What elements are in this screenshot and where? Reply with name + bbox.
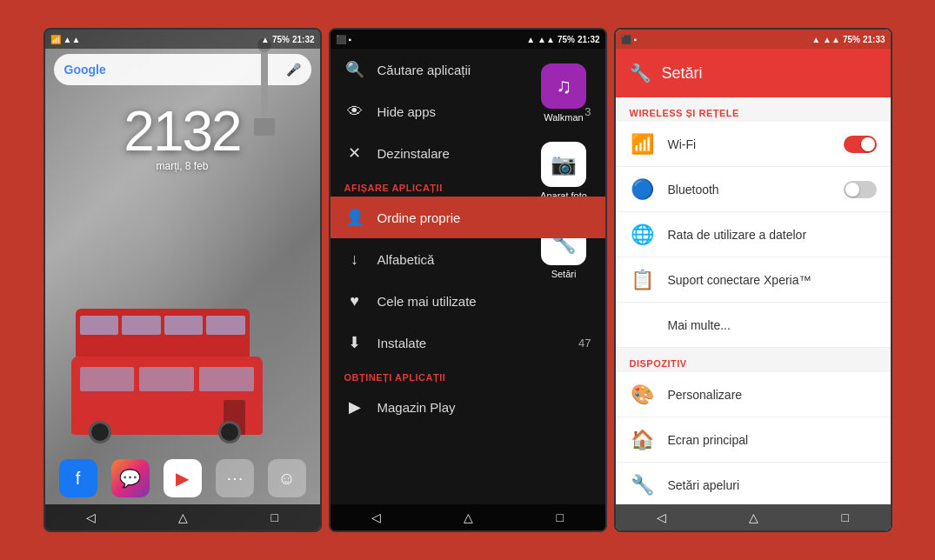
recent-button-2[interactable]: □ <box>556 510 563 524</box>
home-screen: 📶 ▲▲ ▲ 75% 21:32 Google 🎤 2132 marți, 8 … <box>45 30 320 530</box>
ecran-principal-setting[interactable]: 🏠 Ecran principal <box>616 417 891 463</box>
data-usage-setting[interactable]: 🌐 Rata de utilizare a datelor <box>616 212 891 257</box>
sim-icon: 📶 <box>50 35 61 44</box>
bus-lower-window-2 <box>139 367 194 391</box>
mic-icon[interactable]: 🎤 <box>286 63 301 77</box>
bus-illustration <box>63 296 303 435</box>
wifi-icon-1: ▲ <box>261 35 270 44</box>
clock-time: 2132 <box>45 99 320 163</box>
dock-icons-row: f 💬 ▶ ⋯ ☺ <box>56 459 310 497</box>
bus-body <box>71 357 263 435</box>
play-icon: ▶ <box>344 397 365 417</box>
back-button-1[interactable]: ◁ <box>86 510 96 524</box>
smiley-icon[interactable]: ☺ <box>268 459 306 497</box>
notification-icon-3: ▪ <box>634 35 638 44</box>
clock-2: 21:32 <box>578 35 600 44</box>
app-dock: f 💬 ▶ ⋯ ☺ <box>45 459 320 504</box>
status-left-1: 📶 ▲▲ <box>50 35 81 44</box>
messenger-icon[interactable]: 💬 <box>111 459 150 497</box>
nav-bar-3: ◁ △ □ <box>616 504 891 530</box>
cele-mai-utilizate-item[interactable]: ♥ Cele mai utilizate <box>331 280 605 322</box>
data-usage-label: Rata de utilizare a datelor <box>668 228 877 242</box>
bluetooth-setting[interactable]: 🔵 Bluetooth <box>616 167 891 212</box>
hide-icon: 👁 <box>344 103 365 121</box>
bus-window-4 <box>206 316 245 335</box>
back-button-3[interactable]: ◁ <box>657 510 666 524</box>
setari-apeluri-label: Setări apeluri <box>668 478 877 492</box>
hide-apps-item[interactable]: 👁 Hide apps 3 <box>331 90 605 132</box>
recent-button-1[interactable]: □ <box>270 510 277 524</box>
notification-icon: ▪ <box>349 35 352 44</box>
bus-window-2 <box>122 316 161 335</box>
home-button-2[interactable]: △ <box>464 510 473 524</box>
signal-icon: ▲▲ <box>63 35 81 44</box>
data-usage-icon: 🌐 <box>630 223 656 246</box>
xperia-label: Suport conectare Xperia™ <box>668 273 877 287</box>
app-drawer-screen: ⬛ ▪ ▲ ▲▲ 75% 21:32 ♫ Walkman 📷 Aparat fo… <box>331 30 605 530</box>
status-right-3: ▲ ▲▲ 75% 21:33 <box>811 35 885 44</box>
alfabetica-icon: ↓ <box>344 250 365 269</box>
ordine-label: Ordine proprie <box>377 210 461 225</box>
battery-pct-1: 75% <box>272 35 290 44</box>
wifi-toggle[interactable] <box>844 136 877 153</box>
personalizare-label: Personalizare <box>668 388 877 402</box>
settings-gear-icon: 🔧 <box>630 63 651 83</box>
facebook-icon[interactable]: f <box>59 459 97 497</box>
monument-decoration <box>261 49 268 136</box>
instalate-label: Instalate <box>377 336 427 350</box>
google-search-bar[interactable]: Google 🎤 <box>54 54 311 85</box>
bluetooth-label: Bluetooth <box>668 183 831 197</box>
signal-icon-3: ▲▲ <box>823 35 840 44</box>
wifi-icon-2: ▲ <box>526 35 535 44</box>
monument-base <box>254 118 275 136</box>
search-apps-item[interactable]: 🔍 Căutare aplicații <box>331 49 605 90</box>
bluetooth-toggle[interactable] <box>844 181 877 198</box>
status-left-2: ⬛ ▪ <box>336 35 352 44</box>
uninstall-item[interactable]: ✕ Dezinstalare <box>331 132 605 174</box>
status-bar-1: 📶 ▲▲ ▲ 75% 21:32 <box>45 30 320 49</box>
recent-button-3[interactable]: □ <box>841 510 848 524</box>
more-wireless-setting[interactable]: Mai multe... <box>616 303 891 348</box>
instalate-badge: 47 <box>578 337 591 350</box>
settings-header: 🔧 Setări <box>616 49 891 97</box>
wifi-setting[interactable]: 📶 Wi-Fi <box>616 122 891 167</box>
home-button-1[interactable]: △ <box>178 510 188 524</box>
phone1-frame: 📶 ▲▲ ▲ 75% 21:32 Google 🎤 2132 marți, 8 … <box>43 28 322 532</box>
battery-pct-3: 75% <box>843 35 860 44</box>
bluetooth-icon: 🔵 <box>630 178 656 201</box>
magazin-play-item[interactable]: ▶ Magazin Play <box>331 386 605 428</box>
personalizare-setting[interactable]: 🎨 Personalizare <box>616 372 891 417</box>
instalate-item[interactable]: ⬇ Instalate 47 <box>331 322 605 363</box>
alfabetica-label: Alfabetică <box>377 252 435 267</box>
setari-apeluri-setting[interactable]: 🔧 Setări apeluri <box>616 463 891 504</box>
usb-icon: ⬛ <box>336 35 346 44</box>
bus-lower-window-1 <box>80 367 135 391</box>
play-store-icon[interactable]: ▶ <box>164 459 202 497</box>
hide-apps-badge: 3 <box>584 105 591 118</box>
cele-mai-label: Cele mai utilizate <box>377 294 477 309</box>
status-bar-2: ⬛ ▪ ▲ ▲▲ 75% 21:32 <box>331 30 605 49</box>
battery-pct-2: 75% <box>558 35 575 44</box>
magazin-label: Magazin Play <box>377 400 456 415</box>
instalate-icon: ⬇ <box>344 333 365 352</box>
xperia-icon: 📋 <box>630 269 656 291</box>
bus-lower-window-3 <box>199 367 254 391</box>
alfabetica-item[interactable]: ↓ Alfabetică <box>331 238 605 280</box>
status-bar-3: ⬛ ▪ ▲ ▲▲ 75% 21:33 <box>616 30 891 49</box>
phone3-frame: ⬛ ▪ ▲ ▲▲ 75% 21:33 🔧 Setări WIRELESS ȘI … <box>614 28 892 532</box>
settings-title: Setări <box>662 64 703 83</box>
search-icon: 🔍 <box>344 60 365 79</box>
hide-apps-label: Hide apps <box>377 104 437 119</box>
status-left-3: ⬛ ▪ <box>621 35 638 44</box>
wifi-setting-icon: 📶 <box>630 133 656 156</box>
ecran-principal-label: Ecran principal <box>668 433 877 447</box>
uninstall-icon: ✕ <box>344 143 365 163</box>
bus-top <box>76 309 250 357</box>
back-button-2[interactable]: ◁ <box>371 510 381 524</box>
home-button-3[interactable]: △ <box>749 510 758 524</box>
ordine-proprie-item[interactable]: 👤 Ordine proprie <box>331 197 605 238</box>
xperia-connect-setting[interactable]: 📋 Suport conectare Xperia™ <box>616 257 891 303</box>
wifi-label: Wi-Fi <box>668 137 831 151</box>
app-launcher-icon[interactable]: ⋯ <box>216 459 254 497</box>
phone2-frame: ⬛ ▪ ▲ ▲▲ 75% 21:32 ♫ Walkman 📷 Aparat fo… <box>329 28 607 532</box>
